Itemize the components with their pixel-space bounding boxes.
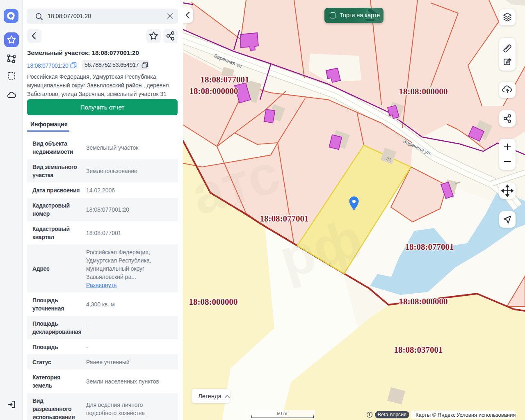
svg-text:18:08:077001: 18:08:077001 — [260, 214, 309, 224]
svg-text:18:08:000000: 18:08:000000 — [399, 297, 448, 306]
svg-text:18:08:037001: 18:08:037001 — [394, 345, 443, 355]
svg-text:18:08:000000: 18:08:000000 — [189, 86, 238, 96]
svg-text:18:08:077001: 18:08:077001 — [201, 75, 249, 84]
svg-text:18:08:000000: 18:08:000000 — [399, 87, 448, 96]
svg-text:18:08:000000: 18:08:000000 — [189, 297, 238, 307]
svg-text:18:08:077001: 18:08:077001 — [405, 242, 454, 252]
